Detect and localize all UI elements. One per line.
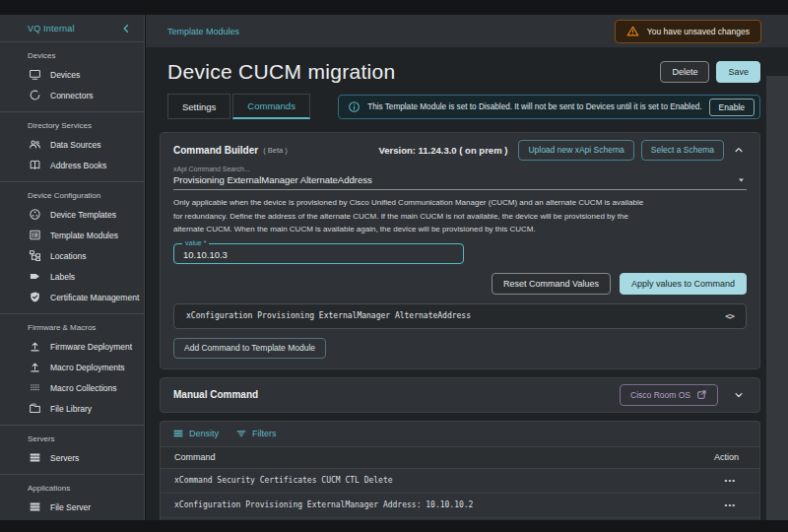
info-icon — [348, 100, 361, 113]
server-icon — [29, 451, 41, 464]
save-button[interactable]: Save — [716, 61, 760, 83]
sidebar-item-label: Macro Deployments — [50, 363, 125, 372]
select-schema-button[interactable]: Select a Schema — [641, 140, 724, 161]
table-row-command: xConfiguration Provisioning ExternalMana… — [161, 500, 473, 509]
value-input[interactable] — [174, 245, 463, 264]
sidebar-item-connectors[interactable]: Connectors — [0, 85, 144, 105]
sidebar-item-servers[interactable]: Servers — [0, 447, 144, 468]
filter-icon — [235, 428, 247, 439]
sidebar-title: VQ Internal — [28, 24, 75, 33]
sidebar-item-file-library[interactable]: File Library — [0, 398, 144, 419]
sidebar-item-address-books[interactable]: Address Books — [0, 155, 144, 175]
chevron-left-icon — [120, 23, 132, 34]
row-actions-button[interactable]: ••• — [725, 500, 736, 509]
command-preview-text: xConfiguration Provisioning ExternalMana… — [186, 311, 471, 320]
dropdown-caret-icon — [736, 174, 747, 185]
sidebar-item-data-sources[interactable]: Data Sources — [0, 134, 144, 155]
upload-schema-button[interactable]: Upload new xApi Schema — [518, 140, 633, 161]
xapi-command-select-value: Provisioning ExternalManager AlternateAd… — [173, 174, 372, 185]
sidebar-item-firmware-deployment[interactable]: Firmware Deployment — [0, 336, 144, 357]
hub-icon — [29, 208, 41, 221]
sidebar-item-certificate-management[interactable]: Certificate Management — [0, 287, 144, 307]
upload-icon — [29, 340, 41, 353]
filters-button[interactable]: Filters — [235, 428, 277, 439]
table-row[interactable]: xConfiguration Provisioning Mode: Off ••… — [161, 518, 759, 521]
sidebar-collapse-button[interactable] — [120, 23, 132, 34]
reset-command-values-button[interactable]: Reset Command Values — [492, 273, 611, 295]
apply-values-button[interactable]: Apply values to Command — [620, 273, 747, 295]
external-link-icon — [696, 389, 707, 400]
collapse-section-button[interactable] — [731, 144, 747, 156]
breadcrumb[interactable]: Template Modules — [167, 27, 239, 36]
cisco-room-os-label: Cisco Room OS — [630, 390, 690, 400]
appbar: Template Modules You have unsaved change… — [146, 15, 788, 47]
sidebar-item-label: Macro Collections — [50, 383, 117, 393]
sidebar-item-label: Certificate Management — [50, 293, 139, 302]
filters-label: Filters — [252, 429, 277, 438]
sidebar-groups: Devices Devices Connectors Directory Ser… — [0, 42, 144, 517]
code-icon: <> — [725, 311, 734, 321]
density-button[interactable]: Density — [172, 428, 219, 439]
tab-settings[interactable]: Settings — [167, 94, 230, 119]
sidebar-item-label: Locations — [50, 251, 86, 261]
sidebar-item-label: File Library — [50, 404, 92, 414]
sidebar-group-servers: Servers Servers — [0, 426, 144, 468]
schema-version: Version: 11.24.3.0 ( on prem ) — [378, 145, 507, 156]
unsaved-changes-banner: You have unsaved changes — [615, 20, 761, 43]
sidebar-item-template-modules[interactable]: Template Modules — [0, 225, 144, 245]
sidebar-item-macro-deployments[interactable]: Macro Deployments — [0, 357, 144, 377]
sidebar-item-label: File Server — [50, 502, 91, 512]
tree-icon — [29, 249, 41, 262]
delete-button[interactable]: Delete — [660, 61, 709, 83]
sidebar-item-labels[interactable]: Labels — [0, 266, 144, 287]
density-icon — [172, 428, 184, 439]
sidebar-item-devices[interactable]: Devices — [0, 64, 144, 85]
table-body: xCommand Security Certificates CUCM CTL … — [161, 469, 759, 521]
cisco-room-os-link[interactable]: Cisco Room OS — [620, 384, 718, 406]
sidebar-item-label: Servers — [50, 453, 79, 463]
value-field: value * — [173, 243, 464, 264]
shield-check-icon — [29, 291, 41, 303]
table-row[interactable]: xCommand Security Certificates CUCM CTL … — [161, 469, 759, 494]
command-builder-actions: Version: 11.24.3.0 ( on prem ) Upload ne… — [378, 140, 747, 161]
sidebar-group-devices: Devices Devices Connectors — [0, 42, 144, 105]
sidebar-item-label: Device Templates — [50, 210, 116, 220]
value-field-label: value * — [182, 239, 209, 246]
beta-badge: ( Beta ) — [263, 146, 288, 155]
scrollbar-track[interactable] — [766, 76, 788, 520]
sidebar-header: VQ Internal — [0, 15, 144, 42]
density-label: Density — [189, 429, 219, 438]
row-actions-button[interactable]: ••• — [725, 476, 736, 485]
command-builder-title: Command Builder — [173, 145, 258, 156]
command-builder-buttons: Reset Command Values Apply values to Com… — [173, 273, 747, 295]
table-row[interactable]: xConfiguration Provisioning ExternalMana… — [161, 494, 759, 518]
enable-button[interactable]: Enable — [709, 99, 755, 116]
unsaved-changes-text: You have unsaved changes — [647, 27, 750, 36]
tab-commands[interactable]: Commands — [232, 94, 310, 119]
column-command: Command — [161, 452, 216, 462]
sidebar-group-label: Devices — [0, 42, 144, 64]
sidebar-group-label: Device Configuration — [0, 182, 144, 204]
command-builder-card: Command Builder ( Beta ) Version: 11.24.… — [160, 132, 760, 369]
sidebar-item-macro-collections[interactable]: Macro Collections — [0, 377, 144, 398]
page-title: Device CUCM migration — [167, 60, 396, 84]
xapi-command-select-label: xApi Command Search... — [173, 166, 747, 172]
sidebar-item-label: Connectors — [50, 91, 93, 100]
expand-section-button[interactable] — [731, 389, 747, 401]
add-command-button[interactable]: Add Command to Template Module — [173, 338, 326, 359]
screen: VQ Internal Devices Devices Connectors D… — [0, 0, 788, 532]
sidebar-group-label: Directory Services — [0, 112, 144, 134]
sidebar-item-device-templates[interactable]: Device Templates — [0, 204, 144, 225]
xapi-command-select[interactable]: xApi Command Search... Provisioning Exte… — [173, 166, 747, 190]
chevron-down-icon — [733, 389, 745, 401]
manual-command-actions: Cisco Room OS — [620, 384, 747, 406]
sidebar-item-locations[interactable]: Locations — [0, 245, 144, 266]
sidebar-group-firmware-macros: Firmware & Macros Firmware Deployment Ma… — [0, 314, 144, 419]
sidebar-item-label: Template Modules — [50, 231, 118, 240]
tab-row: Settings Commands This Template Module i… — [146, 87, 788, 119]
sidebar-item-label: Data Sources — [50, 140, 101, 150]
sidebar-item-file-server[interactable]: File Server — [0, 497, 144, 517]
sidebar-group-applications: Applications File Server — [0, 475, 144, 517]
server-icon — [29, 500, 41, 513]
command-table-card: Density Filters Command Action xCommand … — [160, 421, 760, 521]
